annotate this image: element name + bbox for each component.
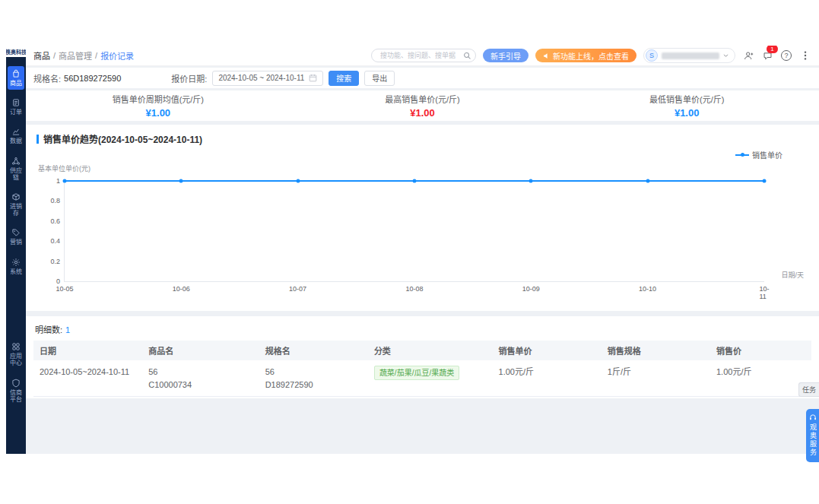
- title-accent-bar: [37, 135, 39, 144]
- service-float-button[interactable]: 观奥服务: [806, 409, 819, 462]
- cell-sale-spec: 1斤/斤: [602, 360, 710, 397]
- product-name: 56: [148, 366, 252, 379]
- x-tick: 10-07: [289, 285, 306, 293]
- sidebar-item-label: 商品: [9, 80, 23, 87]
- table-row[interactable]: 2024-10-05~2024-10-11 56 C10000734 56 D1…: [33, 360, 811, 397]
- detail-count-value: 1: [65, 325, 70, 334]
- data-point-marker: [529, 179, 533, 183]
- sidebar-item-platform[interactable]: 信商平台: [8, 376, 24, 406]
- app-window: 筷奥科技 商品 订单 数据 供应链 进销存 营销 系统: [6, 46, 819, 454]
- breadcrumb-item-middle[interactable]: 商品管理: [59, 49, 92, 62]
- notifications-button[interactable]: 1: [761, 49, 773, 62]
- guide-button[interactable]: 新手引导: [483, 49, 529, 62]
- y-tick: 0.6: [39, 217, 60, 225]
- category-tag: 蔬菜/茄果/瓜豆/果蔬类: [374, 366, 459, 380]
- detail-table: 日期 商品名 规格名 分类 销售单价 销售规格 销售价 2024-10-05~2…: [33, 341, 811, 397]
- cell-sale-price: 1.00元/斤: [710, 360, 811, 397]
- col-header-date: 日期: [33, 341, 142, 360]
- date-filter-group: 报价日期: 2024-10-05 ~ 2024-10-11 搜索 导出: [171, 71, 395, 86]
- detail-count-row: 明细数:1: [26, 316, 819, 341]
- x-tick: 10-11: [759, 285, 769, 300]
- stats-row: 销售单价周期均值(元/斤) ¥1.00 最高销售单价(元/斤) ¥1.00 最低…: [26, 90, 819, 121]
- search-input[interactable]: [379, 51, 462, 60]
- search-icon[interactable]: [463, 52, 471, 60]
- detail-count-label: 明细数:: [35, 325, 62, 334]
- y-tick: 0.8: [39, 197, 60, 204]
- trend-line-chart: [65, 181, 764, 281]
- grid-icon: [11, 342, 21, 351]
- tag-icon: [11, 228, 21, 237]
- cell-category: 蔬菜/茄果/瓜豆/果蔬类: [368, 360, 493, 397]
- chart-legend: 销售单价: [37, 149, 808, 160]
- redacted-username: [662, 52, 719, 59]
- order-list-icon: [11, 98, 21, 107]
- breadcrumb: 商品 / 商品管理 / 报价记录: [33, 49, 134, 62]
- x-tick: 10-09: [522, 285, 540, 293]
- sidebar-item-inventory[interactable]: 进销存: [8, 189, 24, 220]
- detail-table-card: 明细数:1 日期 商品名 规格名 分类 销售单价 销售规格 销售价: [26, 316, 819, 398]
- global-search-box[interactable]: [371, 49, 476, 62]
- sidebar-item-supply-chain[interactable]: 供应链: [8, 154, 24, 184]
- top-bar: 商品 / 商品管理 / 报价记录 新手引导 新功能上线，点击查看 S: [26, 46, 819, 66]
- data-point-marker: [63, 179, 67, 183]
- cell-unit-price: 1.00元/斤: [493, 360, 602, 397]
- spec-name-value: 56D189272590: [64, 74, 121, 83]
- promo-button[interactable]: 新功能上线，点击查看: [535, 49, 636, 62]
- breadcrumb-item-root[interactable]: 商品: [33, 49, 50, 62]
- col-header-category: 分类: [368, 341, 493, 360]
- stat-label: 最高销售单价(元/斤): [290, 93, 555, 105]
- chart-title-row: 销售单价趋势(2024-10-05~2024-10-11): [37, 132, 808, 145]
- product-code: C10000734: [148, 379, 252, 391]
- date-range-picker[interactable]: 2024-10-05 ~ 2024-10-11: [212, 71, 323, 86]
- data-point-marker: [296, 179, 300, 183]
- legend-item-sale-price[interactable]: 销售单价: [735, 149, 782, 160]
- invite-user-icon[interactable]: [742, 49, 754, 62]
- table-header-row: 日期 商品名 规格名 分类 销售单价 销售规格 销售价: [33, 341, 811, 360]
- more-icon[interactable]: [799, 49, 811, 62]
- megaphone-icon: [543, 52, 550, 59]
- headset-icon: [809, 414, 817, 421]
- sidebar-item-app-center[interactable]: 应用中心: [8, 339, 24, 369]
- cell-product: 56 C10000734: [142, 360, 259, 397]
- shopping-bag-icon: [11, 69, 21, 78]
- sidebar-item-orders[interactable]: 订单: [8, 95, 24, 119]
- brand-logo: 筷奥科技: [6, 46, 26, 57]
- help-glyph: ?: [784, 52, 788, 59]
- sidebar-item-label: 系统: [9, 268, 23, 275]
- search-button[interactable]: 搜索: [329, 71, 359, 86]
- breadcrumb-separator: /: [95, 51, 97, 60]
- stat-min-price: 最低销售单价(元/斤) ¥1.00: [554, 93, 819, 119]
- cell-spec: 56 D189272590: [259, 360, 368, 397]
- cell-date: 2024-10-05~2024-10-11: [33, 360, 142, 397]
- sidebar-item-system[interactable]: 系统: [8, 255, 24, 278]
- breadcrumb-item-current: 报价记录: [100, 49, 134, 62]
- user-menu[interactable]: S: [643, 48, 735, 63]
- chart-icon: [11, 127, 21, 136]
- col-header-sale-price: 销售价: [710, 341, 811, 360]
- price-trend-card: 销售单价趋势(2024-10-05~2024-10-11) 销售单价 基本单位单…: [26, 125, 819, 311]
- sidebar-item-marketing[interactable]: 营销: [8, 225, 24, 249]
- help-icon[interactable]: ?: [780, 49, 792, 62]
- network-nodes-icon: [11, 157, 21, 166]
- stat-value: ¥1.00: [554, 107, 819, 119]
- x-axis-unit-label: 日期/天: [781, 270, 804, 280]
- sidebar: 商品 订单 数据 供应链 进销存 营销 系统 应用中心: [6, 57, 26, 454]
- y-tick: 0: [39, 277, 60, 285]
- y-tick: 0.4: [39, 237, 60, 245]
- guide-button-label: 新手引导: [490, 50, 521, 62]
- sidebar-bottom-padding: [6, 411, 26, 454]
- legend-line-dot-icon: [735, 154, 749, 156]
- spec-code: D189272590: [265, 379, 362, 391]
- avatar[interactable]: S: [646, 49, 658, 62]
- data-point-marker: [763, 179, 767, 183]
- main-area: 商品 / 商品管理 / 报价记录 新手引导 新功能上线，点击查看 S: [26, 46, 819, 454]
- sidebar-item-products[interactable]: 商品: [8, 66, 24, 90]
- sidebar-item-label: 供应链: [8, 167, 24, 181]
- breadcrumb-separator: /: [53, 51, 56, 60]
- legend-label: 销售单价: [752, 149, 782, 160]
- export-button[interactable]: 导出: [364, 71, 395, 86]
- y-tick: 1: [39, 177, 60, 185]
- stat-value: ¥1.00: [26, 107, 290, 119]
- task-tab[interactable]: 任务: [798, 382, 819, 397]
- sidebar-item-data[interactable]: 数据: [8, 124, 24, 147]
